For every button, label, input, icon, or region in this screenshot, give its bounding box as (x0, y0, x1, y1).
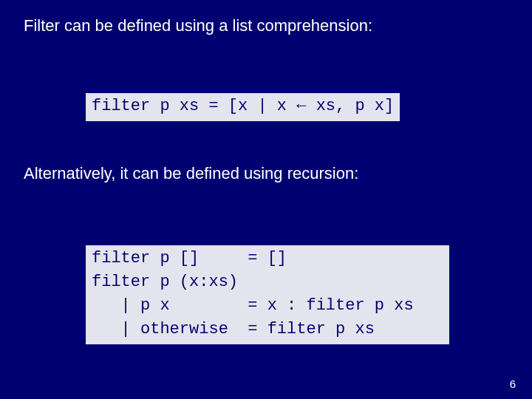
heading-list-comprehension: Filter can be defined using a list compr… (24, 15, 372, 37)
code-filter-comprehension: filter p xs = [x | x ← xs, p x] (86, 93, 400, 121)
heading-recursion: Alternatively, it can be defined using r… (24, 163, 358, 185)
page-number: 6 (510, 378, 516, 390)
code-filter-recursion: filter p [] = [] filter p (x:xs) | p x =… (86, 245, 449, 344)
